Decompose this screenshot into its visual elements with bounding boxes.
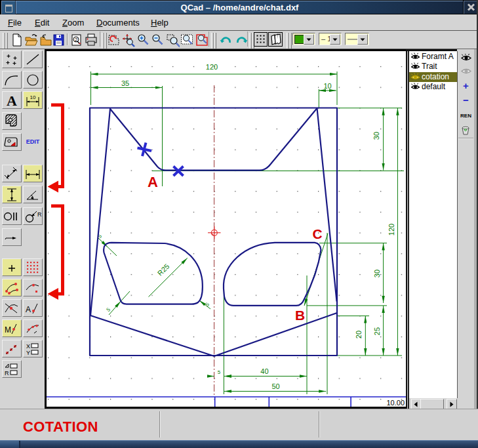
svg-text:40: 40 bbox=[260, 367, 268, 375]
svg-text:35: 35 bbox=[121, 79, 129, 87]
svg-text:5: 5 bbox=[218, 369, 221, 375]
svg-text:50: 50 bbox=[271, 382, 279, 390]
svg-text:C: C bbox=[313, 226, 323, 241]
svg-text:20: 20 bbox=[355, 331, 363, 338]
svg-text:A: A bbox=[148, 174, 158, 190]
svg-text:A: A bbox=[26, 305, 31, 314]
svg-text:B: B bbox=[295, 308, 305, 323]
svg-text:R: R bbox=[5, 370, 9, 377]
svg-text:120: 120 bbox=[206, 63, 218, 71]
svg-text:25: 25 bbox=[373, 327, 381, 335]
svg-text:10: 10 bbox=[323, 82, 331, 90]
svg-text:10: 10 bbox=[30, 94, 36, 100]
svg-text:Y: Y bbox=[26, 350, 30, 356]
svg-text:X: X bbox=[26, 343, 30, 350]
svg-text:M: M bbox=[5, 325, 11, 335]
svg-text:A: A bbox=[7, 92, 17, 108]
svg-text:120: 120 bbox=[388, 224, 395, 235]
svg-text:10.00: 10.00 bbox=[386, 399, 405, 407]
svg-text:R: R bbox=[37, 211, 42, 218]
svg-text:30: 30 bbox=[373, 270, 381, 277]
svg-text:30: 30 bbox=[372, 132, 380, 140]
